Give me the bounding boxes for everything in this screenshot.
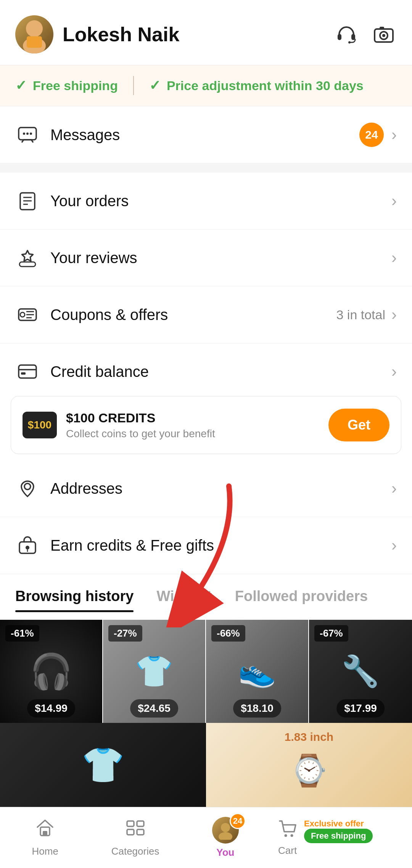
tabs-section: Browsing history Wishlist Followed provi…	[0, 574, 412, 807]
tab-followed[interactable]: Followed providers	[235, 588, 368, 612]
svg-rect-2	[27, 36, 42, 48]
cart-free-shipping: Free shipping	[304, 829, 373, 843]
addresses-icon	[15, 476, 40, 501]
bottom-emoji-1: 👕	[82, 745, 124, 785]
nav-cart[interactable]: Exclusive offer Free shipping Cart	[270, 807, 412, 868]
camera-icon[interactable]	[371, 21, 397, 47]
you-label: You	[216, 847, 234, 858]
menu-left-orders: Your orders	[15, 189, 129, 213]
svg-rect-26	[21, 372, 26, 375]
bottom-product-1[interactable]: 👕	[0, 723, 206, 807]
menu-row-credit[interactable]: Credit balance ›	[0, 343, 412, 390]
categories-icon	[126, 818, 145, 842]
menu-row-reviews[interactable]: Your reviews ›	[0, 230, 412, 286]
section-gap-1	[0, 163, 412, 173]
svg-point-39	[219, 832, 232, 840]
product-price-1: $14.99	[27, 699, 75, 718]
nav-home[interactable]: Home	[0, 807, 90, 868]
svg-point-27	[24, 483, 31, 490]
coupons-right: 3 in total ›	[336, 305, 397, 324]
coupons-label: Coupons & offers	[50, 306, 168, 323]
svg-point-20	[20, 312, 25, 317]
bottom-products: 👕 1.83 inch ⌚	[0, 723, 412, 807]
product-discount-3: -66%	[211, 625, 245, 642]
orders-icon	[15, 189, 40, 213]
menu-row-orders[interactable]: Your orders ›	[0, 173, 412, 230]
cart-info: Exclusive offer Free shipping	[304, 819, 373, 843]
cart-row: Exclusive offer Free shipping	[278, 819, 373, 843]
product-discount-2: -27%	[108, 625, 142, 642]
size-label: 1.83 inch	[285, 731, 333, 744]
menu-left-credit: Credit balance	[15, 359, 149, 384]
product-card-2[interactable]: 👕 -27% $24.65	[103, 620, 206, 723]
product-emoji-1: 🎧	[30, 651, 72, 692]
bottom-product-2[interactable]: 1.83 inch ⌚	[206, 723, 412, 807]
credit-info: $100 CREDITS Collect coins to get your b…	[66, 411, 215, 440]
you-avatar-container: 24	[212, 817, 239, 844]
bottom-nav: Home Categories 24 You	[0, 807, 412, 868]
coupons-icon	[15, 302, 40, 327]
menu-row-addresses[interactable]: Addresses ›	[0, 460, 412, 517]
menu-row-earn[interactable]: Earn credits & Free gifts ›	[0, 517, 412, 574]
avatar[interactable]	[15, 15, 53, 53]
user-name: Lokesh Naik	[63, 23, 179, 46]
credit-subtitle: Collect coins to get your benefit	[66, 428, 215, 440]
svg-point-8	[382, 34, 385, 37]
product-card-4[interactable]: 🔧 -67% $17.99	[309, 620, 412, 723]
banner-divider	[133, 76, 134, 95]
tab-browsing[interactable]: Browsing history	[15, 588, 134, 612]
product-grid: 🎧 -61% $14.99 👕 -27% $24.65 👟 -66% $18.1…	[0, 612, 412, 723]
product-emoji-4: 🔧	[341, 653, 380, 689]
svg-rect-35	[137, 821, 144, 826]
reviews-chevron: ›	[391, 249, 397, 267]
product-price-3: $18.10	[233, 699, 281, 718]
messages-row[interactable]: Messages 24 ›	[0, 107, 412, 163]
credit-chevron: ›	[391, 362, 397, 381]
banner-free-shipping: ✓ Free shipping	[15, 78, 118, 94]
svg-rect-36	[127, 829, 134, 835]
home-icon	[35, 818, 55, 842]
headset-icon[interactable]	[333, 21, 359, 47]
svg-point-13	[30, 133, 32, 135]
product-discount-1: -61%	[5, 625, 39, 642]
svg-rect-33	[43, 831, 47, 836]
svg-point-0	[26, 20, 43, 37]
messages-label: Messages	[50, 126, 120, 144]
credit-title: $100 CREDITS	[66, 411, 215, 425]
menu-row-coupons[interactable]: Coupons & offers 3 in total ›	[0, 286, 412, 343]
tabs-header: Browsing history Wishlist Followed provi…	[0, 574, 412, 612]
credit-label: Credit balance	[50, 363, 149, 380]
you-badge: 24	[230, 813, 246, 829]
bottom-emoji-2: ⌚	[290, 753, 328, 789]
svg-point-12	[26, 133, 29, 135]
nav-categories[interactable]: Categories	[90, 807, 180, 868]
nav-you[interactable]: 24 You	[180, 817, 270, 858]
avatar-image	[15, 15, 53, 53]
product-card-3[interactable]: 👟 -66% $18.10	[206, 620, 309, 723]
messages-left: Messages	[15, 123, 120, 147]
menu-left-addresses: Addresses	[15, 476, 122, 501]
cart-label: Cart	[278, 845, 297, 857]
svg-rect-18	[19, 262, 35, 267]
svg-rect-4	[351, 34, 355, 40]
svg-rect-37	[137, 829, 144, 835]
cart-exclusive: Exclusive offer	[304, 819, 373, 829]
product-emoji-2: 👕	[135, 653, 173, 689]
credit-card: $100 $100 CREDITS Collect coins to get y…	[11, 396, 401, 454]
messages-icon	[15, 123, 40, 147]
tab-wishlist[interactable]: Wishlist	[156, 588, 212, 612]
svg-point-38	[221, 823, 230, 832]
banner: ✓ Free shipping ✓ Price adjustment withi…	[0, 65, 412, 106]
check-icon-1: ✓	[15, 78, 27, 94]
product-card-1[interactable]: 🎧 -61% $14.99	[0, 620, 103, 723]
product-discount-4: -67%	[314, 625, 348, 642]
svg-rect-9	[380, 27, 384, 30]
reviews-icon	[15, 246, 40, 270]
get-button[interactable]: Get	[328, 409, 389, 441]
product-emoji-3: 👟	[238, 653, 276, 689]
credit-card-left: $100 $100 CREDITS Collect coins to get y…	[23, 411, 215, 440]
svg-point-11	[23, 133, 25, 135]
banner-price-adjustment: ✓ Price adjustment within 30 days	[149, 78, 364, 94]
product-price-2: $24.65	[130, 699, 178, 718]
header-left: Lokesh Naik	[15, 15, 179, 53]
